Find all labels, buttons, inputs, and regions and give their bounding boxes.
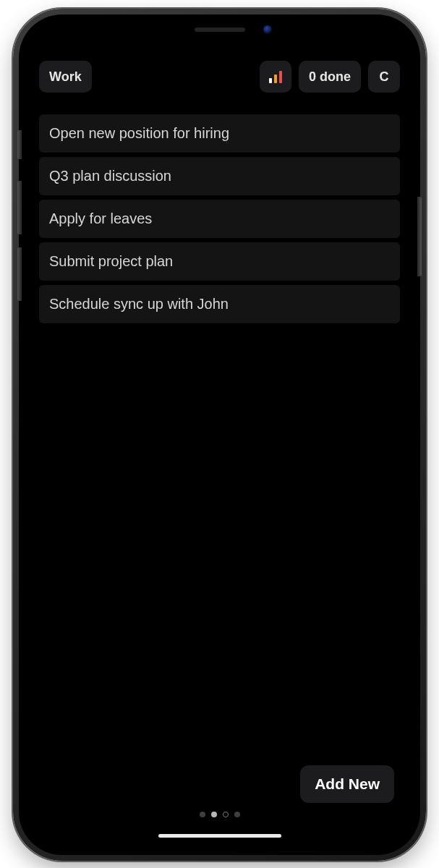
phone-inner: Work 0 done C bbox=[19, 14, 420, 855]
task-item[interactable]: Submit project plan bbox=[39, 242, 400, 281]
screen-bezel: Work 0 done C bbox=[22, 17, 417, 852]
page-dot-current bbox=[223, 812, 229, 817]
task-item[interactable]: Open new position for hiring bbox=[39, 114, 400, 153]
task-title: Apply for leaves bbox=[49, 210, 152, 226]
task-item[interactable]: Q3 plan discussion bbox=[39, 157, 400, 195]
done-count-button[interactable]: 0 done bbox=[299, 61, 361, 93]
phone-notch bbox=[133, 17, 307, 42]
task-list: Open new position for hiring Q3 plan dis… bbox=[27, 93, 412, 323]
task-title: Schedule sync up with John bbox=[49, 296, 229, 312]
category-label: Work bbox=[49, 69, 82, 85]
add-new-button[interactable]: Add New bbox=[300, 765, 394, 803]
task-title: Submit project plan bbox=[49, 253, 173, 269]
task-item[interactable]: Apply for leaves bbox=[39, 200, 400, 238]
speaker-grill bbox=[195, 27, 245, 32]
bar-chart-icon bbox=[269, 70, 282, 83]
phone-frame: Work 0 done C bbox=[13, 9, 426, 861]
front-camera bbox=[263, 25, 272, 34]
page-dot bbox=[200, 812, 205, 817]
page-dot bbox=[211, 812, 217, 817]
task-title: Q3 plan discussion bbox=[49, 168, 171, 184]
task-item[interactable]: Schedule sync up with John bbox=[39, 285, 400, 323]
category-button[interactable]: Work bbox=[39, 61, 92, 93]
task-title: Open new position for hiring bbox=[49, 125, 229, 141]
home-indicator[interactable] bbox=[158, 834, 281, 838]
app-footer: Add New bbox=[27, 833, 412, 846]
clear-label: C bbox=[380, 69, 389, 85]
app-screen: Work 0 done C bbox=[27, 23, 412, 846]
stats-button[interactable] bbox=[260, 61, 291, 93]
page-indicator[interactable] bbox=[200, 812, 240, 817]
done-count-label: 0 done bbox=[309, 69, 351, 85]
page-dot bbox=[234, 812, 240, 817]
add-new-label: Add New bbox=[315, 775, 380, 792]
clear-button[interactable]: C bbox=[368, 61, 400, 93]
